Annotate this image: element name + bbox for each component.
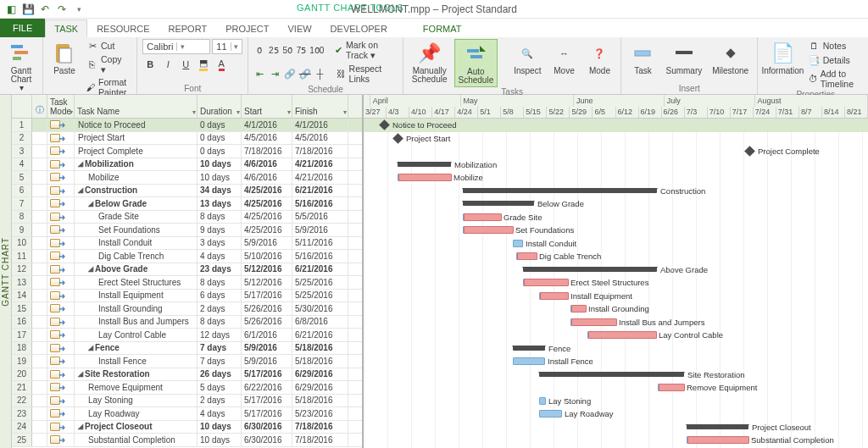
name-cell[interactable]: Set Foundations [75,224,198,236]
finish-cell[interactable]: 6/8/2016 [292,316,348,329]
milestone-button[interactable]: Milestone [709,39,752,77]
start-cell[interactable]: 5/12/2016 [242,263,292,276]
name-cell[interactable]: Install Grounding [75,302,198,315]
mode-cell[interactable]: ➜ [47,368,75,381]
name-cell[interactable]: ◢Fence [75,342,198,355]
name-cell[interactable]: ◢Project Closeout [75,421,198,434]
name-cell[interactable]: Install Conduit [75,237,198,250]
tab-view[interactable]: VIEW [278,19,320,37]
row-number[interactable]: 23 [12,407,32,420]
start-cell[interactable]: 5/26/2016 [242,316,292,329]
start-cell[interactable]: 4/25/2016 [242,185,292,197]
summary-button[interactable]: Summary [662,39,705,77]
finish-cell[interactable]: 5/16/2016 [292,250,348,263]
link-button[interactable]: 🔗 [283,66,297,81]
duration-cell[interactable]: 0 days [198,119,242,131]
notes-button[interactable]: 🗒Notes [806,39,849,53]
task-bar[interactable]: Lay Control Cable [587,331,656,339]
name-header[interactable]: Task Name▾ [75,95,198,118]
task-bar[interactable]: Install Equipment [539,292,568,300]
start-cell[interactable]: 6/1/2016 [242,329,292,341]
mode-cell[interactable]: ➜ [47,171,75,184]
row-number[interactable]: 20 [12,368,32,381]
start-cell[interactable]: 6/30/2016 [242,434,292,446]
row-number[interactable]: 5 [12,171,32,184]
name-cell[interactable]: ◢Above Grade [75,263,198,276]
finish-cell[interactable]: 6/29/2016 [292,381,348,394]
duration-cell[interactable]: 13 days [198,197,242,210]
name-cell[interactable]: Lay Stoning [75,395,198,407]
start-cell[interactable]: 7/18/2016 [242,145,292,158]
duration-cell[interactable]: 4 days [198,407,242,420]
summary-bar[interactable]: Below Grade [463,201,534,206]
duration-cell[interactable]: 3 days [198,237,242,250]
mode-cell[interactable]: ➜ [47,381,75,394]
finish-cell[interactable]: 4/21/2016 [292,158,348,171]
name-cell[interactable]: Substantial Completion [75,434,198,446]
collapse-icon[interactable]: ◢ [78,423,83,430]
task-bar[interactable]: Lay Stoning [539,397,546,405]
name-cell[interactable]: Install Equipment [75,290,198,302]
inspect-button[interactable]: 🔍Inspect [510,39,544,77]
duration-cell[interactable]: 34 days [198,185,242,197]
finish-cell[interactable]: 7/18/2016 [292,421,348,434]
name-cell[interactable]: ◢Construction [75,185,198,197]
font-size-combo[interactable]: 11▾ [212,39,242,54]
mode-cell[interactable]: ➜ [47,250,75,263]
tab-report[interactable]: REPORT [159,19,217,37]
copy-button[interactable]: ⎘Copy ▾ [84,53,131,75]
summary-bar[interactable]: Fence [513,346,545,351]
name-cell[interactable]: Grade Site [75,211,198,224]
name-cell[interactable]: ◢Mobilization [75,158,198,171]
row-number[interactable]: 16 [12,316,32,329]
mode-cell[interactable]: ➜ [47,263,75,276]
row-number[interactable]: 2 [12,132,32,145]
row-number[interactable]: 6 [12,185,32,197]
duration-header[interactable]: Duration▾ [198,95,242,118]
mode-cell[interactable]: ➜ [47,211,75,224]
mode-cell[interactable]: ➜ [47,434,75,446]
auto-schedule-button[interactable]: AutoSchedule [454,39,498,87]
start-cell[interactable]: 5/17/2016 [242,395,292,407]
row-number[interactable]: 8 [12,211,32,224]
start-cell[interactable]: 4/25/2016 [242,211,292,224]
table-row[interactable]: 24➜◢Project Closeout10 days6/30/20167/18… [12,421,362,434]
row-number[interactable]: 21 [12,381,32,394]
rownum-header[interactable] [12,95,32,118]
duration-cell[interactable]: 10 days [198,171,242,184]
duration-cell[interactable]: 8 days [198,211,242,224]
task-bar[interactable]: Install Conduit [513,240,523,247]
finish-cell[interactable]: 7/18/2016 [292,434,348,446]
summary-bar[interactable]: Construction [463,188,657,193]
row-number[interactable]: 4 [12,158,32,171]
view-caption[interactable]: GANTT CHART [0,95,12,448]
duration-cell[interactable]: 0 days [198,132,242,145]
pct75-button[interactable]: 75̄ [295,42,307,58]
table-row[interactable]: 13➜Erect Steel Structures8 days5/12/2016… [12,276,362,290]
row-number[interactable]: 3 [12,145,32,158]
table-row[interactable]: 23➜Lay Roadway4 days5/17/20165/23/2016 [12,407,362,421]
mode-cell[interactable]: ➜ [47,276,75,289]
duration-cell[interactable]: 8 days [198,276,242,289]
table-row[interactable]: 18➜◢Fence7 days5/9/20165/18/2016 [12,342,362,356]
table-row[interactable]: 16➜Install Bus and Jumpers8 days5/26/201… [12,316,362,329]
duration-cell[interactable]: 6 days [198,290,242,302]
start-cell[interactable]: 4/6/2016 [242,158,292,171]
finish-cell[interactable]: 5/18/2016 [292,355,348,368]
start-cell[interactable]: 5/9/2016 [242,237,292,250]
table-row[interactable]: 1➜Notice to Proceed0 days4/1/20164/1/201… [12,119,362,132]
row-number[interactable]: 22 [12,395,32,407]
duration-cell[interactable]: 7 days [198,342,242,355]
table-row[interactable]: 14➜Install Equipment6 days5/17/20165/25/… [12,290,362,303]
name-cell[interactable]: ◢Below Grade [75,197,198,210]
indicator-header[interactable]: ⓘ [32,95,47,118]
undo-icon[interactable]: ↶ [37,2,53,17]
table-row[interactable]: 10➜Install Conduit3 days5/9/20165/11/201… [12,237,362,251]
row-number[interactable]: 1 [12,119,32,131]
duration-cell[interactable]: 12 days [198,329,242,341]
name-cell[interactable]: Dig Cable Trench [75,250,198,263]
start-cell[interactable]: 5/26/2016 [242,302,292,315]
mode-cell[interactable]: ➜ [47,302,75,315]
mode-cell[interactable]: ➜ [47,395,75,407]
finish-cell[interactable]: 5/25/2016 [292,276,348,289]
